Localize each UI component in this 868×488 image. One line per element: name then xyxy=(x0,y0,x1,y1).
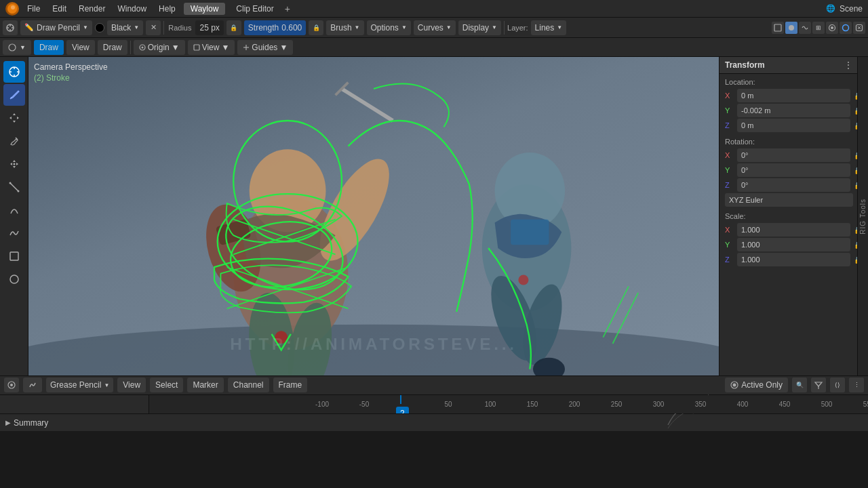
loc-z-field[interactable]: 0 m xyxy=(737,119,850,132)
workspace-waylow[interactable]: Waylow xyxy=(184,3,226,15)
loc-y-row: Y -0.002 m 🔒 xyxy=(725,104,863,117)
radius-field[interactable]: 25 px xyxy=(195,20,223,35)
layer-dropdown[interactable]: Lines ▼ xyxy=(531,20,567,35)
tick-minus50: -50 xyxy=(343,401,385,408)
rig-tools-label: RIG Tools xyxy=(859,199,867,235)
blender-logo xyxy=(5,2,19,16)
timeline-filter[interactable] xyxy=(811,378,826,392)
add-line-tool[interactable] xyxy=(3,176,25,198)
gp-icon[interactable] xyxy=(23,378,42,392)
summary-item[interactable]: ▶ Summary xyxy=(5,418,48,428)
strength-field[interactable]: Strength 0.600 xyxy=(244,20,306,35)
timeline-view-menu[interactable]: View xyxy=(117,378,146,392)
snap-dropdown[interactable]: Origin ▼ xyxy=(134,40,185,55)
svg-point-1 xyxy=(11,5,15,9)
radius-lock[interactable]: 🔒 xyxy=(226,20,241,35)
guides-dropdown[interactable]: Guides ▼ xyxy=(237,40,293,55)
guides-label: Guides xyxy=(252,43,277,52)
tick-550: 550 xyxy=(848,401,868,408)
summary-label: Summary xyxy=(14,418,48,428)
active-only-btn[interactable]: Active Only xyxy=(725,378,788,392)
snap-arrow: ▼ xyxy=(172,43,180,52)
timeline-marker-menu[interactable]: Marker xyxy=(187,378,223,392)
viewport-toggle-3[interactable] xyxy=(799,22,811,34)
transform-tool[interactable] xyxy=(3,153,25,175)
euler-field[interactable]: XYZ Euler xyxy=(725,193,853,207)
display-dropdown[interactable]: Display ▼ xyxy=(458,20,501,35)
grease-pencil-dropdown[interactable]: Grease Pencil ▼ xyxy=(46,378,113,392)
toolbar-icon-btn[interactable] xyxy=(3,20,18,35)
euler-row: XYZ Euler ▼ xyxy=(725,193,863,207)
view-menu[interactable]: View xyxy=(66,40,95,55)
scale-section: Scale: X 1.000 🔒 Y 1.000 🔒 Z 1.000 🔒 xyxy=(725,212,863,266)
view-perspective-dropdown[interactable]: View ▼ xyxy=(188,40,235,55)
ruler-ticks: -100 -50 2 50 100 150 200 250 300 350 40… xyxy=(298,401,868,408)
timeline-channel-menu[interactable]: Channel xyxy=(228,378,269,392)
options-dropdown[interactable]: Options ▼ xyxy=(367,20,411,35)
svg-point-27 xyxy=(13,163,15,165)
loc-x-axis: X xyxy=(725,92,734,100)
curves-dropdown[interactable]: Curves ▼ xyxy=(414,20,456,35)
color-close-btn[interactable]: ✕ xyxy=(146,20,161,35)
brush-arrow: ▼ xyxy=(355,24,360,30)
active-only-label: Active Only xyxy=(741,380,783,390)
draw-mode-label: Draw Pencil xyxy=(37,23,80,33)
scale-z-field[interactable]: 1.000 xyxy=(737,253,850,266)
viewport-toggle-4[interactable]: ⊞ xyxy=(812,22,825,34)
menu-help[interactable]: Help xyxy=(155,3,180,15)
add-workspace-btn[interactable]: + xyxy=(285,3,290,14)
viewport-svg: HTTP://ANIMATORSTEVE... xyxy=(28,57,719,375)
brush-dropdown[interactable]: Brush ▼ xyxy=(326,20,363,35)
square-tool[interactable] xyxy=(3,245,25,267)
draw-mode-selector[interactable]: ▼ xyxy=(3,40,31,55)
viewport-toggle-6[interactable] xyxy=(840,22,852,34)
circle-tool[interactable] xyxy=(3,268,25,290)
timeline-frame-menu[interactable]: Frame xyxy=(273,378,308,392)
menu-edit[interactable]: Edit xyxy=(48,3,71,15)
layer-value: Lines xyxy=(535,23,555,33)
playhead xyxy=(400,395,401,405)
rig-tools-sidebar[interactable]: RIG Tools xyxy=(857,57,868,375)
scale-y-field[interactable]: 1.000 xyxy=(737,238,850,251)
viewport[interactable]: Camera Perspective (2) Stroke xyxy=(28,57,719,375)
draw-mode-active[interactable]: Draw xyxy=(34,40,64,55)
cursor-tool[interactable] xyxy=(3,61,25,83)
viewport-toggle-2[interactable] xyxy=(785,22,797,34)
svg-point-17 xyxy=(141,46,143,48)
svg-text:HTTP://ANIMATORSTEVE...: HTTP://ANIMATORSTEVE... xyxy=(230,335,517,353)
timeline-collapse[interactable]: ⟨⟩ xyxy=(830,378,845,392)
draw-menu[interactable]: Draw xyxy=(98,40,127,55)
timeline-select-menu[interactable]: Select xyxy=(150,378,183,392)
draw-tool[interactable] xyxy=(3,84,25,106)
timeline-search[interactable]: 🔍 xyxy=(792,378,807,392)
loc-x-field[interactable]: 0 m xyxy=(737,89,850,102)
color-dropdown[interactable]: Black ▼ xyxy=(107,20,143,35)
scene-icon: 🌐 xyxy=(826,4,835,13)
strength-lock[interactable]: 🔒 xyxy=(309,20,323,35)
rot-z-field[interactable]: 0° xyxy=(737,178,850,192)
menu-window[interactable]: Window xyxy=(113,3,151,15)
curve-tool[interactable] xyxy=(3,222,25,244)
workspace-clip-editor[interactable]: Clip Editor xyxy=(229,3,280,15)
display-arrow: ▼ xyxy=(492,24,497,30)
scale-x-field[interactable]: 1.000 xyxy=(737,223,850,237)
timeline-icon[interactable] xyxy=(4,378,19,392)
rot-x-field[interactable]: 0° xyxy=(737,148,850,162)
viewport-toggle-1[interactable] xyxy=(772,22,784,34)
rot-y-field[interactable]: 0° xyxy=(737,163,850,177)
viewport-toggle-7[interactable] xyxy=(853,22,865,34)
svg-rect-7 xyxy=(774,24,781,31)
timeline-menu-extra[interactable]: ⋮ xyxy=(849,378,864,392)
arc-tool[interactable] xyxy=(3,199,25,221)
options-label: Options xyxy=(371,23,399,33)
scene-label: Scene xyxy=(840,4,863,14)
layer-text: Layer: xyxy=(507,24,528,32)
menu-render[interactable]: Render xyxy=(75,3,109,15)
current-frame-display[interactable]: 2 xyxy=(396,407,409,413)
loc-y-field[interactable]: -0.002 m xyxy=(737,104,850,117)
viewport-toggle-5[interactable] xyxy=(826,22,838,34)
draw-pencil-dropdown[interactable]: ✏️ Draw Pencil ▼ xyxy=(20,20,92,35)
menu-file[interactable]: File xyxy=(23,3,44,15)
move-tool[interactable] xyxy=(3,107,25,129)
brush-tool[interactable] xyxy=(3,130,25,152)
